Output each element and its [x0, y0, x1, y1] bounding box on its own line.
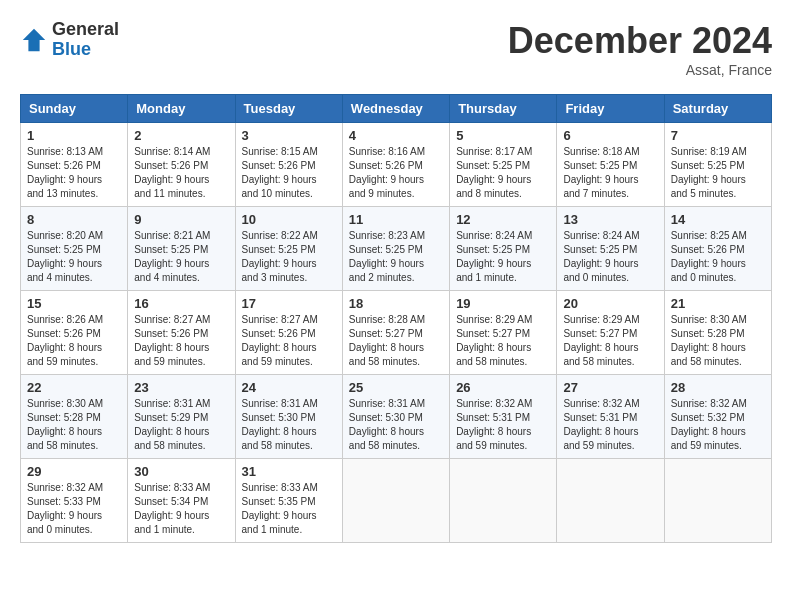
day-info: Sunrise: 8:26 AM Sunset: 5:26 PM Dayligh…: [27, 313, 121, 369]
calendar-day-cell: 5 Sunrise: 8:17 AM Sunset: 5:25 PM Dayli…: [450, 123, 557, 207]
calendar-day-cell: 26 Sunrise: 8:32 AM Sunset: 5:31 PM Dayl…: [450, 375, 557, 459]
calendar-day-cell: 16 Sunrise: 8:27 AM Sunset: 5:26 PM Dayl…: [128, 291, 235, 375]
calendar-week-row: 1 Sunrise: 8:13 AM Sunset: 5:26 PM Dayli…: [21, 123, 772, 207]
day-number: 20: [563, 296, 657, 311]
calendar-day-cell: 19 Sunrise: 8:29 AM Sunset: 5:27 PM Dayl…: [450, 291, 557, 375]
calendar-day-cell: 1 Sunrise: 8:13 AM Sunset: 5:26 PM Dayli…: [21, 123, 128, 207]
day-number: 13: [563, 212, 657, 227]
calendar-table: SundayMondayTuesdayWednesdayThursdayFrid…: [20, 94, 772, 543]
logo-text: General Blue: [52, 20, 119, 60]
day-info: Sunrise: 8:20 AM Sunset: 5:25 PM Dayligh…: [27, 229, 121, 285]
calendar-day-cell: 21 Sunrise: 8:30 AM Sunset: 5:28 PM Dayl…: [664, 291, 771, 375]
day-info: Sunrise: 8:32 AM Sunset: 5:31 PM Dayligh…: [563, 397, 657, 453]
location: Assat, France: [508, 62, 772, 78]
calendar-day-cell: 14 Sunrise: 8:25 AM Sunset: 5:26 PM Dayl…: [664, 207, 771, 291]
calendar-day-cell: 4 Sunrise: 8:16 AM Sunset: 5:26 PM Dayli…: [342, 123, 449, 207]
day-number: 18: [349, 296, 443, 311]
calendar-day-cell: 24 Sunrise: 8:31 AM Sunset: 5:30 PM Dayl…: [235, 375, 342, 459]
day-info: Sunrise: 8:29 AM Sunset: 5:27 PM Dayligh…: [456, 313, 550, 369]
day-info: Sunrise: 8:22 AM Sunset: 5:25 PM Dayligh…: [242, 229, 336, 285]
calendar-day-cell: 30 Sunrise: 8:33 AM Sunset: 5:34 PM Dayl…: [128, 459, 235, 543]
calendar-week-row: 8 Sunrise: 8:20 AM Sunset: 5:25 PM Dayli…: [21, 207, 772, 291]
title-area: December 2024 Assat, France: [508, 20, 772, 78]
weekday-header: Friday: [557, 95, 664, 123]
day-number: 24: [242, 380, 336, 395]
calendar-day-cell: 6 Sunrise: 8:18 AM Sunset: 5:25 PM Dayli…: [557, 123, 664, 207]
day-number: 14: [671, 212, 765, 227]
day-number: 7: [671, 128, 765, 143]
day-number: 17: [242, 296, 336, 311]
day-info: Sunrise: 8:23 AM Sunset: 5:25 PM Dayligh…: [349, 229, 443, 285]
calendar-day-cell: [342, 459, 449, 543]
calendar-day-cell: 18 Sunrise: 8:28 AM Sunset: 5:27 PM Dayl…: [342, 291, 449, 375]
day-number: 4: [349, 128, 443, 143]
day-number: 27: [563, 380, 657, 395]
day-number: 1: [27, 128, 121, 143]
day-info: Sunrise: 8:24 AM Sunset: 5:25 PM Dayligh…: [563, 229, 657, 285]
weekday-header: Thursday: [450, 95, 557, 123]
calendar-day-cell: 12 Sunrise: 8:24 AM Sunset: 5:25 PM Dayl…: [450, 207, 557, 291]
day-info: Sunrise: 8:15 AM Sunset: 5:26 PM Dayligh…: [242, 145, 336, 201]
weekday-header: Tuesday: [235, 95, 342, 123]
logo-general: General: [52, 20, 119, 40]
calendar-day-cell: 13 Sunrise: 8:24 AM Sunset: 5:25 PM Dayl…: [557, 207, 664, 291]
day-info: Sunrise: 8:30 AM Sunset: 5:28 PM Dayligh…: [671, 313, 765, 369]
calendar-day-cell: 27 Sunrise: 8:32 AM Sunset: 5:31 PM Dayl…: [557, 375, 664, 459]
page-header: General Blue December 2024 Assat, France: [20, 20, 772, 78]
calendar-day-cell: 7 Sunrise: 8:19 AM Sunset: 5:25 PM Dayli…: [664, 123, 771, 207]
month-title: December 2024: [508, 20, 772, 62]
calendar-day-cell: 10 Sunrise: 8:22 AM Sunset: 5:25 PM Dayl…: [235, 207, 342, 291]
day-info: Sunrise: 8:21 AM Sunset: 5:25 PM Dayligh…: [134, 229, 228, 285]
day-info: Sunrise: 8:17 AM Sunset: 5:25 PM Dayligh…: [456, 145, 550, 201]
day-info: Sunrise: 8:28 AM Sunset: 5:27 PM Dayligh…: [349, 313, 443, 369]
calendar-day-cell: 20 Sunrise: 8:29 AM Sunset: 5:27 PM Dayl…: [557, 291, 664, 375]
day-info: Sunrise: 8:31 AM Sunset: 5:29 PM Dayligh…: [134, 397, 228, 453]
calendar-day-cell: 8 Sunrise: 8:20 AM Sunset: 5:25 PM Dayli…: [21, 207, 128, 291]
calendar-day-cell: 17 Sunrise: 8:27 AM Sunset: 5:26 PM Dayl…: [235, 291, 342, 375]
day-number: 8: [27, 212, 121, 227]
day-info: Sunrise: 8:13 AM Sunset: 5:26 PM Dayligh…: [27, 145, 121, 201]
day-number: 23: [134, 380, 228, 395]
day-info: Sunrise: 8:14 AM Sunset: 5:26 PM Dayligh…: [134, 145, 228, 201]
day-info: Sunrise: 8:19 AM Sunset: 5:25 PM Dayligh…: [671, 145, 765, 201]
day-info: Sunrise: 8:32 AM Sunset: 5:33 PM Dayligh…: [27, 481, 121, 537]
calendar-day-cell: 9 Sunrise: 8:21 AM Sunset: 5:25 PM Dayli…: [128, 207, 235, 291]
day-number: 19: [456, 296, 550, 311]
calendar-week-row: 29 Sunrise: 8:32 AM Sunset: 5:33 PM Dayl…: [21, 459, 772, 543]
svg-marker-0: [23, 29, 45, 51]
calendar-day-cell: 15 Sunrise: 8:26 AM Sunset: 5:26 PM Dayl…: [21, 291, 128, 375]
calendar-day-cell: 2 Sunrise: 8:14 AM Sunset: 5:26 PM Dayli…: [128, 123, 235, 207]
calendar-day-cell: 31 Sunrise: 8:33 AM Sunset: 5:35 PM Dayl…: [235, 459, 342, 543]
calendar-day-cell: [557, 459, 664, 543]
day-number: 28: [671, 380, 765, 395]
calendar-header-row: SundayMondayTuesdayWednesdayThursdayFrid…: [21, 95, 772, 123]
calendar-day-cell: 3 Sunrise: 8:15 AM Sunset: 5:26 PM Dayli…: [235, 123, 342, 207]
day-info: Sunrise: 8:27 AM Sunset: 5:26 PM Dayligh…: [242, 313, 336, 369]
weekday-header: Sunday: [21, 95, 128, 123]
day-number: 12: [456, 212, 550, 227]
day-number: 31: [242, 464, 336, 479]
day-number: 9: [134, 212, 228, 227]
calendar-day-cell: 29 Sunrise: 8:32 AM Sunset: 5:33 PM Dayl…: [21, 459, 128, 543]
calendar-day-cell: [664, 459, 771, 543]
logo-icon: [20, 26, 48, 54]
day-info: Sunrise: 8:27 AM Sunset: 5:26 PM Dayligh…: [134, 313, 228, 369]
day-info: Sunrise: 8:29 AM Sunset: 5:27 PM Dayligh…: [563, 313, 657, 369]
day-number: 5: [456, 128, 550, 143]
day-info: Sunrise: 8:25 AM Sunset: 5:26 PM Dayligh…: [671, 229, 765, 285]
weekday-header: Saturday: [664, 95, 771, 123]
calendar-day-cell: [450, 459, 557, 543]
day-info: Sunrise: 8:30 AM Sunset: 5:28 PM Dayligh…: [27, 397, 121, 453]
weekday-header: Wednesday: [342, 95, 449, 123]
calendar-day-cell: 11 Sunrise: 8:23 AM Sunset: 5:25 PM Dayl…: [342, 207, 449, 291]
day-info: Sunrise: 8:31 AM Sunset: 5:30 PM Dayligh…: [349, 397, 443, 453]
calendar-day-cell: 28 Sunrise: 8:32 AM Sunset: 5:32 PM Dayl…: [664, 375, 771, 459]
calendar-week-row: 15 Sunrise: 8:26 AM Sunset: 5:26 PM Dayl…: [21, 291, 772, 375]
calendar-day-cell: 25 Sunrise: 8:31 AM Sunset: 5:30 PM Dayl…: [342, 375, 449, 459]
calendar-day-cell: 22 Sunrise: 8:30 AM Sunset: 5:28 PM Dayl…: [21, 375, 128, 459]
day-info: Sunrise: 8:31 AM Sunset: 5:30 PM Dayligh…: [242, 397, 336, 453]
day-number: 29: [27, 464, 121, 479]
day-number: 10: [242, 212, 336, 227]
day-number: 21: [671, 296, 765, 311]
day-number: 15: [27, 296, 121, 311]
